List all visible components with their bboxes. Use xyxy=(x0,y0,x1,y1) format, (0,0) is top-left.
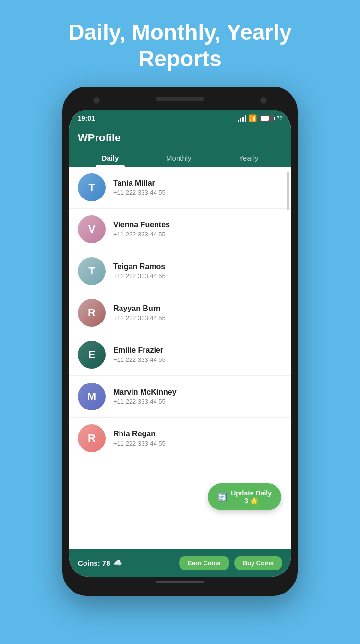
tab-yearly[interactable]: Yearly xyxy=(229,149,268,167)
contact-info: Marvin McKinney +11 222 333 44 55 xyxy=(113,388,177,405)
avatar: R xyxy=(78,299,106,327)
contact-info: Rhia Regan +11 222 333 44 55 xyxy=(113,430,166,447)
phone-screen: 19:01 📶 72 WProfile xyxy=(69,110,291,577)
list-item[interactable]: R Rayyan Burn +11 222 333 44 55 xyxy=(69,292,291,334)
app-header: WProfile Daily Monthly Yearly xyxy=(69,127,291,167)
cloud-icon: ☁️ xyxy=(113,558,122,567)
avatar: E xyxy=(78,341,106,369)
app-title: WProfile xyxy=(78,132,282,144)
wifi-icon: 📶 xyxy=(249,114,257,122)
contact-list: T Tania Millar +11 222 333 44 55 V Vienn… xyxy=(69,167,291,549)
tab-monthly[interactable]: Monthly xyxy=(156,149,201,167)
avatar: V xyxy=(78,215,106,243)
status-time: 19:01 xyxy=(78,114,95,122)
contact-info: Tania Millar +11 222 333 44 55 xyxy=(113,179,166,196)
contact-info: Rayyan Burn +11 222 333 44 55 xyxy=(113,304,166,322)
contact-phone: +11 222 333 44 55 xyxy=(113,189,166,196)
page-title: Daily, Monthly, YearlyReports xyxy=(49,19,311,72)
list-item[interactable]: V Vienna Fuentes +11 222 333 44 55 xyxy=(69,209,291,250)
bottom-buttons: Earn Coins Buy Coins xyxy=(179,556,282,570)
avatar: M xyxy=(78,383,106,410)
contact-phone: +11 222 333 44 55 xyxy=(113,272,166,280)
list-item[interactable]: T Teigan Ramos +11 222 333 44 55 xyxy=(69,250,291,292)
contact-phone: +11 222 333 44 55 xyxy=(113,398,177,405)
earn-coins-button[interactable]: Earn Coins xyxy=(179,556,229,570)
contact-name: Tania Millar xyxy=(113,179,166,187)
battery-icon xyxy=(259,115,274,122)
coins-display: Coins: 78 ☁️ xyxy=(78,558,122,567)
speaker xyxy=(156,97,204,101)
contact-phone: +11 222 333 44 55 xyxy=(113,440,166,447)
tab-daily[interactable]: Daily xyxy=(92,149,128,167)
buy-coins-button[interactable]: Buy Coins xyxy=(234,556,282,570)
contact-name: Rhia Regan xyxy=(113,430,166,438)
contact-info: Teigan Ramos +11 222 333 44 55 xyxy=(113,262,166,280)
list-item[interactable]: T Tania Millar +11 222 333 44 55 xyxy=(69,167,291,209)
contact-info: Vienna Fuentes +11 222 333 44 55 xyxy=(113,221,170,238)
camera-left xyxy=(93,97,100,104)
contact-name: Emilie Frazier xyxy=(113,346,166,355)
update-daily-button[interactable]: 🔄 Update Daily 3 🌟 xyxy=(208,483,281,510)
home-bar xyxy=(156,581,204,583)
contact-info: Emilie Frazier +11 222 333 44 55 xyxy=(113,346,166,363)
avatar: T xyxy=(78,173,106,201)
update-button-label: Update Daily 3 🌟 xyxy=(231,489,272,505)
battery-text: 72 xyxy=(277,116,282,121)
list-item[interactable]: M Marvin McKinney +11 222 333 44 55 xyxy=(69,376,291,418)
camera-right xyxy=(260,97,267,104)
list-item[interactable]: E Emilie Frazier +11 222 333 44 55 xyxy=(69,334,291,376)
contact-phone: +11 222 333 44 55 xyxy=(113,231,170,238)
status-bar: 19:01 📶 72 xyxy=(69,110,291,127)
contact-phone: +11 222 333 44 55 xyxy=(113,356,166,363)
tab-bar: Daily Monthly Yearly xyxy=(78,149,282,167)
avatar: T xyxy=(78,257,106,285)
signal-icon xyxy=(238,115,246,122)
contact-phone: +11 222 333 44 55 xyxy=(113,314,166,322)
list-item[interactable]: R Rhia Regan +11 222 333 44 55 xyxy=(69,418,291,459)
contact-name: Rayyan Burn xyxy=(113,304,166,313)
contact-name: Vienna Fuentes xyxy=(113,221,170,229)
contact-name: Teigan Ramos xyxy=(113,262,166,271)
bottom-bar: Coins: 78 ☁️ Earn Coins Buy Coins xyxy=(69,549,291,577)
home-indicator xyxy=(69,577,291,587)
avatar: R xyxy=(78,424,106,452)
scrollbar[interactable] xyxy=(287,172,289,210)
phone-top-bezel xyxy=(69,93,291,110)
refresh-icon: 🔄 xyxy=(217,493,227,502)
status-icons: 📶 72 xyxy=(238,114,282,122)
phone-frame: 19:01 📶 72 WProfile xyxy=(62,87,298,596)
contact-name: Marvin McKinney xyxy=(113,388,177,396)
